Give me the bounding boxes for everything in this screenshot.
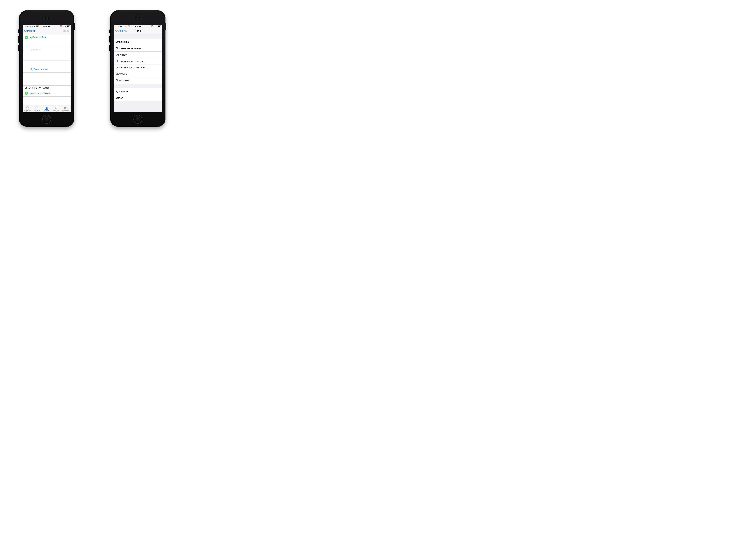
field-option-label: Псевдоним bbox=[116, 79, 129, 82]
svg-point-8 bbox=[55, 109, 56, 109]
field-option[interactable]: Произношение отчества bbox=[114, 58, 162, 64]
tab-label: Недавние bbox=[34, 110, 40, 112]
field-option[interactable]: Обращение bbox=[114, 39, 162, 45]
battery-icon bbox=[158, 26, 161, 27]
status-bar: MTS RUS LTE 12:30 AM ☾ ➤ ⏰ 55 % bbox=[23, 25, 71, 28]
svg-point-1 bbox=[46, 107, 47, 108]
tab-contacts[interactable]: Контакты bbox=[42, 105, 51, 112]
field-option[interactable]: Произношение имени bbox=[114, 45, 162, 52]
power-button bbox=[74, 23, 75, 30]
svg-point-7 bbox=[57, 108, 57, 108]
clock: 12:30 AM bbox=[114, 25, 162, 27]
tab-label: Клавиши bbox=[53, 110, 59, 112]
plus-icon: + bbox=[25, 36, 28, 39]
home-button[interactable] bbox=[42, 115, 51, 124]
svg-point-2 bbox=[55, 107, 56, 107]
plus-icon: + bbox=[25, 92, 28, 95]
svg-point-10 bbox=[57, 109, 57, 109]
field-option-label: Должность bbox=[116, 90, 129, 93]
notes-placeholder: Заметки bbox=[31, 48, 40, 51]
field-option[interactable]: Псевдоним bbox=[114, 77, 162, 84]
tab-bar: Избранное Недавние Контакты Клави bbox=[23, 105, 71, 112]
edit-contact-content: + добавить IMS Заметки Добавить поле СВЯ… bbox=[23, 34, 71, 105]
clock-icon bbox=[35, 106, 39, 110]
proximity-sensor bbox=[137, 14, 139, 15]
svg-point-11 bbox=[64, 107, 66, 109]
star-icon bbox=[26, 106, 29, 110]
phone-mockup-left: MTS RUS LTE 12:30 AM ☾ ➤ ⏰ 55 % Отменить… bbox=[19, 10, 74, 127]
done-button[interactable]: Готово bbox=[62, 29, 69, 32]
field-option-label: Произношение имени bbox=[116, 47, 141, 50]
voicemail-icon bbox=[64, 106, 68, 110]
screen-field-picker: MTS RUS LTE 12:30 AM ☾ ➤ ⏰ 55 % Отменить… bbox=[114, 25, 162, 112]
svg-point-6 bbox=[56, 108, 57, 108]
clock: 12:30 AM bbox=[23, 25, 71, 27]
tab-favorites[interactable]: Избранное bbox=[23, 105, 32, 112]
battery-icon bbox=[67, 26, 70, 27]
tab-recents[interactable]: Недавние bbox=[32, 105, 42, 112]
svg-point-9 bbox=[56, 109, 57, 109]
status-bar: MTS RUS LTE 12:30 AM ☾ ➤ ⏰ 55 % bbox=[114, 25, 162, 28]
proximity-sensor bbox=[46, 14, 47, 15]
home-button[interactable] bbox=[133, 115, 142, 124]
field-option[interactable]: Должность bbox=[114, 88, 162, 95]
field-option-label: Суффикс bbox=[116, 73, 127, 76]
link-contacts-label: связать контакты… bbox=[30, 92, 52, 95]
field-option[interactable]: Отдел bbox=[114, 95, 162, 101]
cancel-button[interactable]: Отменить bbox=[24, 29, 36, 32]
add-field-row[interactable]: Добавить поле bbox=[23, 66, 71, 73]
field-option-label: Произношение фамилии bbox=[116, 66, 145, 69]
field-option[interactable]: Произношение фамилии bbox=[114, 64, 162, 71]
keypad-icon bbox=[54, 106, 58, 110]
add-ims-row[interactable]: + добавить IMS bbox=[23, 34, 71, 41]
nav-bar: Отменить Готово bbox=[23, 28, 71, 34]
field-option[interactable]: Суффикс bbox=[114, 71, 162, 77]
field-option-label: Произношение отчества bbox=[116, 60, 144, 63]
field-option-label: Отчество bbox=[116, 53, 127, 56]
power-button bbox=[166, 23, 166, 30]
svg-point-4 bbox=[57, 107, 57, 107]
svg-point-12 bbox=[66, 107, 67, 109]
contact-icon bbox=[45, 106, 49, 110]
field-option[interactable]: Отчество bbox=[114, 52, 162, 58]
field-option-label: Обращение bbox=[116, 41, 130, 43]
linked-contacts-header: СВЯЗАННЫЕ КОНТАКТЫ bbox=[23, 85, 71, 90]
tab-label: Избранное bbox=[24, 110, 31, 112]
tab-keypad[interactable]: Клавиши bbox=[51, 105, 61, 112]
tab-label: Контакты bbox=[43, 110, 50, 112]
screen-edit-contact: MTS RUS LTE 12:30 AM ☾ ➤ ⏰ 55 % Отменить… bbox=[23, 25, 71, 112]
field-option-label: Отдел bbox=[116, 97, 123, 99]
earpiece-speaker bbox=[133, 17, 142, 19]
nav-bar: Отменить Поле bbox=[114, 28, 162, 34]
phone-mockup-right: MTS RUS LTE 12:30 AM ☾ ➤ ⏰ 55 % Отменить… bbox=[110, 10, 166, 127]
tab-voicemail[interactable]: Автоответч. bbox=[61, 105, 71, 112]
earpiece-speaker bbox=[42, 17, 51, 19]
cancel-button[interactable]: Отменить bbox=[115, 29, 127, 32]
tab-label: Автоответч. bbox=[62, 110, 70, 112]
link-contacts-row[interactable]: + связать контакты… bbox=[23, 90, 71, 97]
svg-point-3 bbox=[56, 107, 57, 107]
add-field-label: Добавить поле bbox=[31, 68, 48, 71]
notes-field[interactable]: Заметки bbox=[23, 46, 71, 61]
field-picker-content: Обращение Произношение имени Отчество Пр… bbox=[114, 34, 162, 112]
add-ims-label: добавить IMS bbox=[30, 36, 46, 39]
svg-point-5 bbox=[55, 108, 56, 108]
